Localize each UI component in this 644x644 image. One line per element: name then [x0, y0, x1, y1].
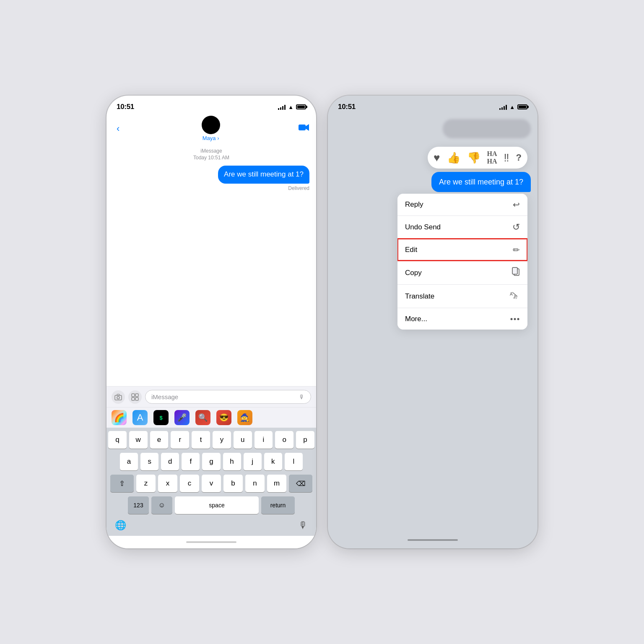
key-o[interactable]: o: [275, 431, 293, 449]
key-b[interactable]: b: [223, 475, 243, 492]
home-bar: [186, 541, 236, 543]
context-reply[interactable]: Reply ↩: [397, 194, 527, 216]
key-t[interactable]: t: [192, 431, 210, 449]
context-translate[interactable]: Translate A あ: [397, 284, 527, 308]
key-x[interactable]: x: [158, 475, 177, 492]
undo-send-label: Undo Send: [405, 223, 441, 231]
blurred-bubble: [443, 119, 531, 138]
contact-info[interactable]: Maya ›: [202, 116, 220, 141]
key-u[interactable]: u: [234, 431, 252, 449]
thumbsdown-reaction[interactable]: 👎: [467, 151, 480, 164]
context-copy[interactable]: Copy: [397, 261, 527, 284]
message-input[interactable]: iMessage 🎙: [145, 390, 311, 404]
svg-point-13: [511, 318, 513, 320]
key-j[interactable]: j: [244, 453, 262, 470]
imessage-label: iMessage: [113, 148, 309, 154]
keyboard: q w e r t y u i o p a s d f g h j k: [106, 428, 316, 536]
return-key[interactable]: return: [261, 496, 295, 514]
svg-rect-6: [135, 394, 138, 397]
mic-icon-input[interactable]: 🎙: [299, 394, 305, 400]
numbers-key[interactable]: 123: [128, 496, 149, 514]
backspace-key[interactable]: ⌫: [289, 475, 312, 492]
translate-label: Translate: [405, 292, 434, 301]
emoji-key[interactable]: ☺: [151, 496, 172, 514]
svg-rect-8: [135, 397, 138, 400]
key-p[interactable]: p: [296, 431, 314, 449]
apps-icon[interactable]: [128, 390, 142, 404]
status-time-right: 10:51: [338, 103, 356, 111]
copy-icon: [512, 267, 520, 278]
avatar1-icon[interactable]: 😎: [216, 410, 231, 425]
undo-send-icon: ↺: [512, 222, 520, 233]
wifi-icon-right: ▲: [509, 104, 515, 110]
key-g[interactable]: g: [202, 453, 220, 470]
heart-reaction[interactable]: ♥: [434, 151, 440, 164]
keyboard-row-1: q w e r t y u i o p: [108, 431, 314, 449]
app-icons-row: 🌈 A $ 🎤 🔍 😎 🧙: [106, 407, 316, 428]
avatar: [202, 116, 220, 134]
key-h[interactable]: h: [223, 453, 241, 470]
mic-key[interactable]: 🎙: [299, 520, 308, 531]
delivered-label: Delivered: [113, 185, 309, 191]
home-indicator: [106, 536, 316, 548]
messages-area-right: ♥ 👍 👎 HAHA ‼️ ? Are we still meeting at …: [328, 114, 538, 532]
key-q[interactable]: q: [108, 431, 127, 449]
key-r[interactable]: r: [171, 431, 189, 449]
camera-icon[interactable]: [112, 390, 125, 404]
edit-label: Edit: [405, 246, 417, 254]
battery-icon: [296, 104, 306, 109]
globe-icon[interactable]: 🌐: [115, 520, 126, 531]
svg-rect-5: [132, 394, 135, 397]
status-time-left: 10:51: [117, 103, 134, 111]
photos-app-icon[interactable]: 🌈: [112, 410, 127, 425]
context-undo-send[interactable]: Undo Send ↺: [397, 216, 527, 239]
keyboard-bottom: 🌐 🎙: [108, 518, 314, 534]
back-button[interactable]: ‹: [113, 122, 123, 136]
key-n[interactable]: n: [245, 475, 265, 492]
reaction-bar[interactable]: ♥ 👍 👎 HAHA ‼️ ?: [428, 147, 527, 169]
right-phone: 10:51 ▲ ♥ 👍 👎 HAH: [328, 96, 538, 548]
message-bubble: Are we still meeting at 1?: [218, 166, 309, 184]
appstore-app-icon[interactable]: A: [132, 410, 148, 425]
key-k[interactable]: k: [264, 453, 282, 470]
signal-icon: [278, 104, 286, 110]
video-call-button[interactable]: [299, 123, 309, 134]
translate-icon: A あ: [510, 291, 520, 302]
key-w[interactable]: w: [129, 431, 148, 449]
svg-rect-0: [299, 125, 306, 130]
time-label: Today 10:51 AM: [113, 155, 309, 161]
message-row: Are we still meeting at 1?: [113, 166, 309, 184]
key-i[interactable]: i: [254, 431, 273, 449]
space-key[interactable]: space: [175, 496, 259, 514]
emphasis-reaction[interactable]: ‼️: [504, 151, 509, 164]
home-bar-right: [408, 539, 458, 541]
context-edit[interactable]: Edit ✏: [397, 239, 527, 261]
keyboard-row-4: 123 ☺ space return: [108, 496, 314, 514]
context-more[interactable]: More...: [397, 308, 527, 330]
search-icon-app[interactable]: 🔍: [195, 410, 210, 425]
key-l[interactable]: l: [285, 453, 303, 470]
nav-header: ‹ Maya ›: [106, 114, 316, 145]
avatar2-icon[interactable]: 🧙: [237, 410, 252, 425]
cash-app-icon[interactable]: $: [153, 410, 169, 425]
home-indicator-right: [328, 532, 538, 548]
key-d[interactable]: d: [161, 453, 179, 470]
key-s[interactable]: s: [140, 453, 158, 470]
haha-reaction[interactable]: HAHA: [487, 150, 497, 165]
voice-memos-icon[interactable]: 🎤: [174, 410, 190, 425]
key-e[interactable]: e: [150, 431, 169, 449]
key-z[interactable]: z: [136, 475, 156, 492]
input-placeholder: iMessage: [151, 393, 178, 400]
shift-key[interactable]: ⇧: [110, 475, 134, 492]
key-y[interactable]: y: [213, 431, 231, 449]
thumbsup-reaction[interactable]: 👍: [447, 151, 460, 164]
svg-point-14: [514, 318, 516, 320]
key-c[interactable]: c: [180, 475, 199, 492]
context-menu: Reply ↩ Undo Send ↺ Edit ✏ Copy: [397, 194, 527, 330]
left-phone: 10:51 ▲ ‹ Maya ›: [106, 96, 316, 548]
key-v[interactable]: v: [202, 475, 221, 492]
key-a[interactable]: a: [120, 453, 138, 470]
key-m[interactable]: m: [267, 475, 286, 492]
key-f[interactable]: f: [182, 453, 200, 470]
question-reaction[interactable]: ?: [516, 152, 522, 163]
